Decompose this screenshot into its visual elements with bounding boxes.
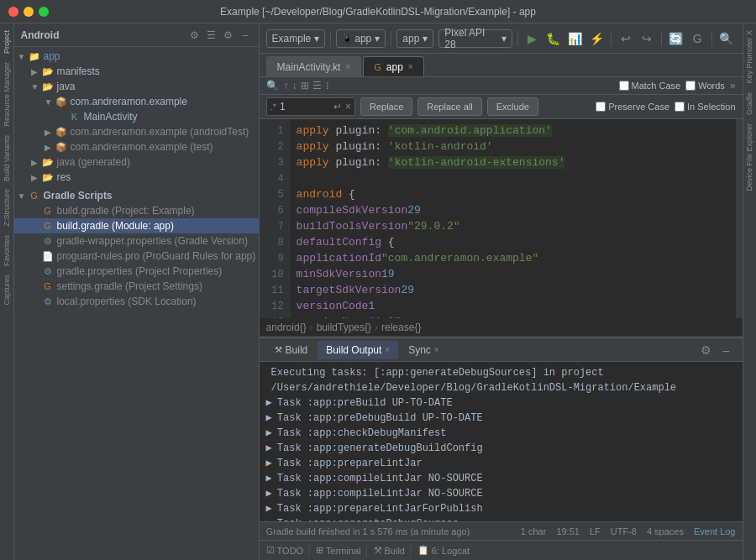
project-sync-icon[interactable]: ⚙ [188, 29, 202, 42]
terminal-button[interactable]: ⊞ Terminal [316, 545, 361, 556]
tree-item-gradle-wrapper[interactable]: ▶ ⚙ gradle-wrapper.properties (Gradle Ve… [14, 233, 259, 249]
project-collapse-icon[interactable]: – [239, 29, 252, 42]
filter-icon2[interactable]: ⫶ [325, 80, 330, 92]
close-button[interactable] [8, 7, 18, 17]
minimize-button[interactable] [24, 7, 34, 17]
nav-arrow-icon[interactable]: ↓ [292, 80, 297, 92]
sidebar-item-project[interactable]: Project [3, 27, 11, 57]
tab-build-output[interactable]: Build Output × [318, 341, 398, 359]
build-label: Build [385, 546, 405, 556]
project-gear-icon[interactable]: ⚙ [222, 29, 235, 42]
tree-item-gradle-scripts[interactable]: ▼ G Gradle Scripts [14, 188, 259, 203]
preserve-case-check[interactable]: Preserve Case [596, 102, 669, 112]
nav-arrow-icon[interactable]: ↑ [284, 80, 289, 92]
words-checkbox[interactable] [685, 81, 696, 91]
in-selection-check[interactable]: In Selection [675, 102, 735, 112]
sidebar-item-gradle[interactable]: Gradle [745, 89, 753, 118]
module-dropdown[interactable]: 📱 app ▾ [336, 29, 386, 48]
tree-item-gradle-properties[interactable]: ▶ ⚙ gradle.properties (Project Propertie… [14, 264, 259, 279]
profile-icon[interactable]: 📊 [566, 29, 585, 48]
arrow-icon: ▶ [31, 67, 41, 76]
code-editor[interactable]: 1 2 3 4 5 6 7 8 9 10 11 12 13 14 15 16 1 [260, 119, 743, 318]
line-ending[interactable]: LF [590, 526, 601, 536]
replace-button[interactable]: Replace [360, 97, 412, 116]
event-log-link[interactable]: Event Log [694, 526, 736, 536]
minimize-panel-icon[interactable]: – [717, 341, 736, 359]
clear-icon[interactable]: ↵ [333, 101, 342, 113]
replace-all-button[interactable]: Replace all [417, 97, 481, 116]
tree-item-package-main[interactable]: ▼ 📦 com.andreramon.example [14, 94, 259, 109]
code-content[interactable]: apply plugin: 'com.android.application' … [290, 119, 736, 318]
build-button[interactable]: ⚒ Build [374, 545, 405, 556]
package-icon: 📦 [55, 95, 68, 108]
preserve-case-checkbox[interactable] [596, 102, 606, 112]
tree-item-res[interactable]: ▶ 📂 res [14, 170, 259, 185]
run-config-dropdown[interactable]: app ▾ [396, 29, 433, 48]
tree-item-settings-gradle[interactable]: ▶ G settings.gradle (Project Settings) [14, 279, 259, 294]
tree-item-java-generated[interactable]: ▶ 📂 java (generated) [14, 154, 259, 170]
arrow-icon: ▶ [266, 441, 272, 456]
tab-close-icon[interactable]: × [385, 345, 390, 354]
project-settings-icon[interactable]: ☰ [205, 29, 218, 42]
api-dropdown[interactable]: Pixel API 28 ▾ [438, 29, 512, 48]
filter-icon[interactable]: ⊞ [301, 80, 309, 92]
tab-close-icon[interactable]: × [345, 62, 350, 71]
tree-item-build-gradle-module[interactable]: ▶ G build.gradle (Module: app) [14, 218, 259, 233]
tree-item-app[interactable]: ▼ 📁 app [14, 49, 259, 64]
tree-item-local-properties[interactable]: ▶ ⚙ local.properties (SDK Location) [14, 294, 259, 309]
tree-item-mainactivity[interactable]: ▶ K MainActivity [14, 109, 259, 124]
toolbar-separator [711, 31, 712, 46]
tab-build[interactable]: ⚒ Build [266, 341, 317, 359]
match-case-checkbox[interactable] [619, 81, 629, 91]
debug-icon[interactable]: 🐛 [544, 29, 563, 48]
tab-app[interactable]: G app × [363, 56, 423, 76]
code-line: minSdkVersion 19 [297, 266, 729, 282]
sidebar-item-key-promoter[interactable]: Key Promoter X [745, 27, 753, 87]
tab-mainactivity[interactable]: MainActivity.kt × [266, 56, 362, 76]
sidebar-item-captures[interactable]: Captures [3, 271, 11, 309]
tab-close-icon[interactable]: × [434, 345, 439, 354]
sidebar-item-favorites[interactable]: Favorites [3, 232, 11, 270]
tree-item-build-gradle-project[interactable]: ▶ G build.gradle (Project: Example) [14, 203, 259, 218]
logcat-button[interactable]: 📋 6: Logcat [417, 545, 470, 556]
tree-item-proguard[interactable]: ▶ 📄 proguard-rules.pro (ProGuard Rules f… [14, 249, 259, 264]
close-find-icon[interactable]: × [345, 101, 351, 113]
folder-icon: 📁 [28, 50, 41, 63]
arrow-icon: ▶ [266, 426, 272, 441]
sidebar-item-structure[interactable]: Z:Structure [3, 186, 11, 230]
gradle-icon: G [28, 189, 41, 202]
find-input[interactable] [280, 101, 330, 113]
sidebar-item-build-variants[interactable]: Build Variants [3, 132, 11, 185]
tree-item-java[interactable]: ▼ 📂 java [14, 79, 259, 94]
settings-icon[interactable]: ☰ [312, 80, 322, 92]
todo-button[interactable]: ☑ TODO [266, 545, 304, 556]
gradle-sync-icon[interactable]: G [688, 29, 706, 48]
sync-icon[interactable]: 🔄 [667, 29, 685, 48]
cursor-position[interactable]: 19:51 [556, 526, 580, 536]
run-icon[interactable]: ▶ [523, 29, 542, 48]
search-everywhere-icon[interactable]: 🔍 [717, 29, 736, 48]
window-controls[interactable] [8, 7, 49, 17]
undo-icon[interactable]: ↩ [617, 29, 635, 48]
tree-item-manifests[interactable]: ▶ 📂 manifests [14, 64, 259, 79]
project-dropdown[interactable]: Example ▾ [266, 29, 326, 48]
maximize-button[interactable] [39, 7, 49, 17]
redo-icon[interactable]: ↪ [638, 29, 656, 48]
in-selection-checkbox[interactable] [675, 102, 685, 112]
tab-close-icon[interactable]: × [408, 62, 413, 71]
tree-item-package-unittest[interactable]: ▶ 📦 com.andreramon.example (test) [14, 139, 259, 154]
indent-info[interactable]: 4 spaces [647, 526, 684, 536]
words-check[interactable]: Words [685, 81, 725, 91]
tab-sync[interactable]: Sync × [400, 341, 448, 359]
more-options-icon[interactable]: » [730, 80, 736, 92]
sidebar-item-resource-manager[interactable]: Resource Manager [3, 59, 11, 130]
apply-changes-icon[interactable]: ⚡ [587, 29, 606, 48]
match-case-check[interactable]: Match Case [619, 81, 681, 91]
tree-item-package-test[interactable]: ▶ 📦 com.andreramon.example (androidTest) [14, 124, 259, 139]
settings-icon[interactable]: ⚙ [697, 341, 716, 359]
encoding[interactable]: UTF-8 [611, 526, 637, 536]
sidebar-item-device-explorer[interactable]: Device File Explorer [745, 120, 753, 195]
exclude-button[interactable]: Exclude [487, 97, 538, 116]
editor-scrollbar[interactable] [736, 119, 743, 318]
build-text: Task :app:prepareLintJar [277, 456, 423, 471]
